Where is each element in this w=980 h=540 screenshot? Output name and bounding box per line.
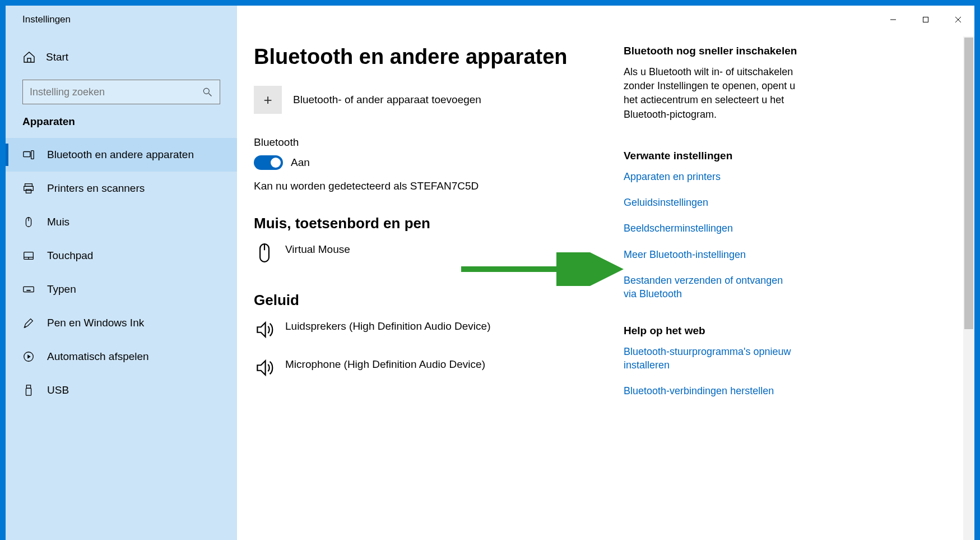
content-area: Start Apparaten Bluetooth en andere appa… xyxy=(6,6,974,540)
sidebar-item-label: USB xyxy=(47,384,69,396)
sidebar-item-pen[interactable]: Pen en Windows Ink xyxy=(6,306,237,340)
search-box[interactable] xyxy=(22,80,220,104)
link-display-settings[interactable]: Beeldscherminstellingen xyxy=(624,221,797,235)
device-row-microphone[interactable]: Microphone (High Definition Audio Device… xyxy=(254,357,612,379)
close-button[interactable] xyxy=(942,8,974,31)
window-controls xyxy=(877,8,974,31)
help-link-fix-connections[interactable]: Bluetooth-verbindingen herstellen xyxy=(624,384,797,398)
svg-rect-7 xyxy=(31,151,34,159)
svg-line-5 xyxy=(209,94,212,96)
sidebar-item-label: Touchpad xyxy=(47,250,93,262)
scrollbar[interactable] xyxy=(963,36,974,540)
bluetooth-toggle[interactable] xyxy=(254,155,283,170)
autoplay-icon xyxy=(22,350,35,363)
main-right: Bluetooth nog sneller inschakelen Als u … xyxy=(624,45,820,540)
home-label: Start xyxy=(46,51,68,63)
home-button[interactable]: Start xyxy=(6,45,237,70)
main-panel: Bluetooth en andere apparaten + Bluetoot… xyxy=(237,6,974,540)
sidebar-item-touchpad[interactable]: Touchpad xyxy=(6,239,237,273)
link-send-receive-bluetooth[interactable]: Bestanden verzenden of ontvangen via Blu… xyxy=(624,274,797,301)
svg-rect-25 xyxy=(26,388,31,395)
keyboard-icon xyxy=(22,283,35,296)
scrollbar-thumb[interactable] xyxy=(964,38,973,329)
bluetooth-heading: Bluetooth xyxy=(254,136,612,149)
related-heading: Verwante instellingen xyxy=(624,150,797,162)
sidebar-item-printers[interactable]: Printers en scanners xyxy=(6,172,237,205)
sidebar-item-typing[interactable]: Typen xyxy=(6,273,237,306)
usb-icon xyxy=(22,384,35,396)
touchpad-icon xyxy=(22,250,35,262)
search-icon xyxy=(202,86,213,98)
plus-icon: + xyxy=(254,86,282,114)
pen-icon xyxy=(22,317,35,329)
link-sound-settings[interactable]: Geluidsinstellingen xyxy=(624,196,797,209)
sidebar-item-bluetooth[interactable]: Bluetooth en andere apparaten xyxy=(6,138,237,172)
help-heading: Help op het web xyxy=(624,325,797,337)
printer-icon xyxy=(22,182,35,195)
tip-body: Als u Bluetooth wilt in- of uitschakelen… xyxy=(624,65,797,122)
device-row-speakers[interactable]: Luidsprekers (High Definition Audio Devi… xyxy=(254,319,612,340)
sidebar-item-mouse[interactable]: Muis xyxy=(6,205,237,239)
help-link-reinstall-drivers[interactable]: Bluetooth-stuurprogramma's opnieuw insta… xyxy=(624,345,797,372)
main-left: Bluetooth en andere apparaten + Bluetoot… xyxy=(254,45,624,540)
speaker-icon xyxy=(254,357,275,379)
settings-window: Instellingen Start xyxy=(6,6,974,540)
sidebar: Start Apparaten Bluetooth en andere appa… xyxy=(6,6,237,540)
window-title: Instellingen xyxy=(6,14,71,25)
bluetooth-toggle-state: Aan xyxy=(291,156,310,169)
devices-icon xyxy=(22,149,35,161)
sidebar-item-label: Printers en scanners xyxy=(47,182,145,195)
add-device-label: Bluetooth- of ander apparaat toevoegen xyxy=(293,94,481,106)
sidebar-item-autoplay[interactable]: Automatisch afspelen xyxy=(6,340,237,373)
maximize-button[interactable] xyxy=(909,8,942,31)
svg-rect-24 xyxy=(26,385,30,389)
sidebar-section-label: Apparaten xyxy=(6,116,237,138)
svg-rect-8 xyxy=(25,184,32,187)
minimize-button[interactable] xyxy=(877,8,909,31)
device-label: Virtual Mouse xyxy=(285,242,350,256)
device-row-mouse[interactable]: Virtual Mouse xyxy=(254,242,612,264)
tip-heading: Bluetooth nog sneller inschakelen xyxy=(624,45,797,57)
speaker-icon xyxy=(254,319,275,340)
add-device-button[interactable]: + Bluetooth- of ander apparaat toevoegen xyxy=(254,86,612,114)
section-sound-heading: Geluid xyxy=(254,292,612,309)
sidebar-item-label: Typen xyxy=(47,283,76,296)
svg-rect-6 xyxy=(24,152,30,157)
search-wrap xyxy=(6,80,237,116)
section-mouse-heading: Muis, toetsenbord en pen xyxy=(254,215,612,232)
svg-rect-1 xyxy=(923,17,928,22)
mouse-icon xyxy=(22,216,35,228)
discoverable-text: Kan nu worden gedetecteerd als STEFAN7C5… xyxy=(254,180,612,192)
svg-marker-23 xyxy=(27,354,31,358)
link-devices-printers[interactable]: Apparaten en printers xyxy=(624,170,797,183)
sidebar-item-usb[interactable]: USB xyxy=(6,373,237,407)
home-icon xyxy=(22,50,36,64)
device-label: Luidsprekers (High Definition Audio Devi… xyxy=(285,319,490,333)
device-label: Microphone (High Definition Audio Device… xyxy=(285,357,485,371)
mouse-icon xyxy=(254,242,275,264)
search-input[interactable] xyxy=(30,86,202,98)
sidebar-item-label: Muis xyxy=(47,216,69,228)
page-title: Bluetooth en andere apparaten xyxy=(254,45,612,69)
nav-list: Bluetooth en andere apparaten Printers e… xyxy=(6,138,237,407)
svg-rect-16 xyxy=(24,287,34,292)
svg-rect-10 xyxy=(26,190,31,193)
link-more-bluetooth[interactable]: Meer Bluetooth-instellingen xyxy=(624,248,797,261)
bluetooth-toggle-row: Aan xyxy=(254,155,612,170)
svg-rect-9 xyxy=(24,186,34,190)
sidebar-item-label: Pen en Windows Ink xyxy=(47,317,144,329)
sidebar-item-label: Automatisch afspelen xyxy=(47,350,149,363)
sidebar-item-label: Bluetooth en andere apparaten xyxy=(47,149,194,161)
svg-point-4 xyxy=(203,88,209,94)
titlebar: Instellingen xyxy=(6,6,974,34)
